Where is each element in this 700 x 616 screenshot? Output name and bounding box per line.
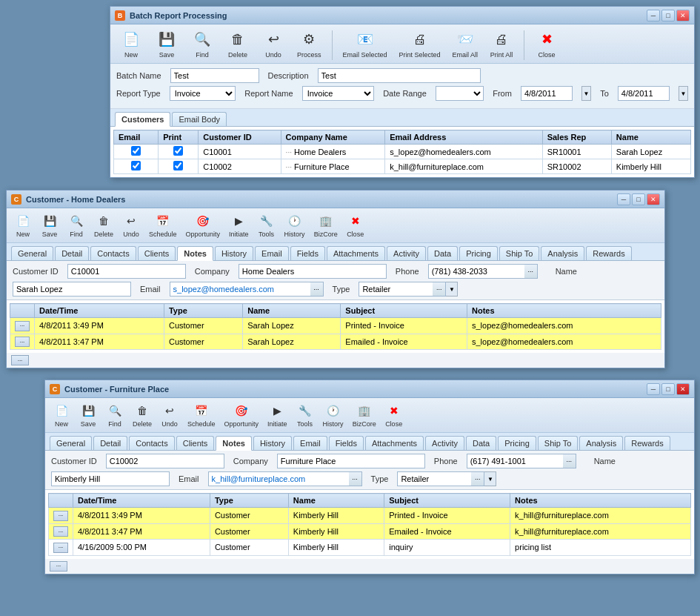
cust1-type-input[interactable] — [359, 282, 433, 297]
print-checkbox-1[interactable] — [173, 161, 183, 170]
cust2-company-input[interactable] — [277, 454, 425, 468]
to-date-btn[interactable]: ▼ — [679, 86, 688, 101]
cust2-undo-btn[interactable]: ↩ Undo — [158, 401, 181, 429]
cust1-name-input[interactable] — [13, 282, 131, 297]
tab-pricing-1[interactable]: Pricing — [459, 246, 498, 260]
tab-rewards-2[interactable]: Rewards — [624, 436, 670, 450]
batch-maximize-btn[interactable]: □ — [661, 10, 675, 21]
cust2-phone-btn[interactable]: ··· — [563, 454, 576, 468]
batch-print-selected-btn[interactable]: 🖨 Print Selected — [396, 27, 444, 60]
tab-history-1[interactable]: History — [215, 246, 253, 260]
cust2-maximize-btn[interactable]: □ — [661, 383, 675, 395]
tab-shipto-2[interactable]: Ship To — [538, 436, 579, 450]
cust1-schedule-btn[interactable]: 📅 Schedule — [146, 211, 180, 239]
tab-shipto-1[interactable]: Ship To — [499, 246, 540, 260]
tab-detail-1[interactable]: Detail — [55, 246, 89, 260]
batch-delete-btn[interactable]: 🗑 Delete — [223, 27, 253, 60]
batch-print-all-btn[interactable]: 🖨 Print All — [487, 27, 516, 60]
cust2-tools-btn[interactable]: 🔧 Tools — [293, 401, 317, 429]
cust1-delete-btn[interactable]: 🗑 Delete — [91, 211, 116, 239]
tab-email-body[interactable]: Email Body — [172, 112, 227, 126]
expand-btn-2-1[interactable]: ··· — [53, 526, 68, 537]
cust1-phone-btn[interactable]: ··· — [524, 264, 538, 279]
tab-fields-2[interactable]: Fields — [329, 436, 364, 450]
cust1-id-input[interactable] — [67, 264, 186, 279]
tab-contacts-2[interactable]: Contacts — [129, 436, 174, 450]
cust2-id-input[interactable] — [106, 454, 224, 468]
batch-process-btn[interactable]: ⚙ Process — [294, 27, 324, 60]
tab-clients-1[interactable]: Clients — [138, 246, 176, 260]
cust2-name-input[interactable] — [51, 471, 170, 486]
tab-fields-1[interactable]: Fields — [290, 246, 325, 260]
cust1-close-btn[interactable]: ✕ — [647, 193, 660, 205]
cust1-more-btn[interactable]: ··· — [11, 355, 29, 365]
cust1-email-input[interactable] — [170, 282, 310, 297]
cust2-history-btn[interactable]: 🕐 History — [320, 401, 347, 429]
cust2-close-btn[interactable]: ✕ — [676, 383, 690, 395]
cust2-type-btn[interactable]: ··· — [471, 471, 484, 486]
cust1-type-dropdown-btn[interactable]: ▼ — [446, 282, 458, 297]
tab-customers[interactable]: Customers — [115, 112, 170, 127]
tab-attachments-2[interactable]: Attachments — [365, 436, 424, 450]
cust1-history-btn[interactable]: 🕐 History — [281, 211, 308, 239]
date-range-select[interactable] — [436, 86, 484, 101]
batch-save-btn[interactable]: 💾 Save — [152, 27, 181, 60]
cust1-email-btn[interactable]: ··· — [310, 282, 324, 297]
cust1-type-btn[interactable]: ··· — [433, 282, 446, 297]
cust2-phone-input[interactable] — [467, 454, 563, 468]
cust2-email-btn[interactable]: ··· — [349, 471, 362, 486]
batch-new-btn[interactable]: 📄 New — [116, 27, 146, 60]
tab-notes-1[interactable]: Notes — [177, 246, 213, 261]
cust2-email-input[interactable] — [208, 471, 349, 486]
tab-general-1[interactable]: General — [11, 246, 53, 260]
from-date-input[interactable] — [521, 86, 573, 101]
tab-clients-2[interactable]: Clients — [176, 436, 215, 450]
report-name-select[interactable]: Invoice — [302, 86, 375, 101]
email-checkbox-0[interactable] — [131, 146, 141, 156]
tab-email-1[interactable]: Email — [255, 246, 289, 260]
cust1-bizcore-btn[interactable]: 🏢 BizCore — [311, 211, 341, 239]
batch-close-toolbar-btn[interactable]: ✖ Close — [532, 27, 561, 60]
tab-rewards-1[interactable]: Rewards — [586, 246, 631, 260]
print-checkbox-0[interactable] — [173, 146, 183, 156]
expand-btn-2-2[interactable]: ··· — [53, 543, 68, 553]
cust1-phone-input[interactable] — [428, 264, 524, 279]
batch-email-all-btn[interactable]: 📨 Email All — [450, 27, 481, 60]
report-type-select[interactable]: Invoice — [170, 86, 236, 101]
cust2-save-btn[interactable]: 💾 Save — [76, 401, 100, 429]
cust2-opportunity-btn[interactable]: 🎯 Opportunity — [221, 401, 262, 429]
batch-close-btn[interactable]: ✕ — [676, 10, 690, 21]
tab-data-1[interactable]: Data — [427, 246, 458, 260]
cust1-maximize-btn[interactable]: □ — [632, 193, 645, 205]
cust1-find-btn[interactable]: 🔍 Find — [64, 211, 88, 239]
tab-data-2[interactable]: Data — [466, 436, 496, 450]
expand-btn-0[interactable]: ··· — [15, 321, 30, 331]
email-checkbox-1[interactable] — [131, 161, 141, 170]
batch-find-btn[interactable]: 🔍 Find — [187, 27, 217, 60]
cust2-initiate-btn[interactable]: ▶ Initiate — [264, 401, 290, 429]
tab-contacts-1[interactable]: Contacts — [90, 246, 136, 260]
description-input[interactable] — [318, 68, 481, 83]
batch-email-selected-btn[interactable]: 📧 Email Selected — [340, 27, 390, 60]
cust1-company-input[interactable] — [239, 264, 387, 279]
cust1-undo-btn[interactable]: ↩ Undo — [119, 211, 143, 239]
tab-email-2[interactable]: Email — [293, 436, 327, 450]
cust2-schedule-btn[interactable]: 📅 Schedule — [184, 401, 219, 429]
cust2-close-toolbar-btn[interactable]: ✖ Close — [382, 401, 406, 429]
tab-attachments-1[interactable]: Attachments — [327, 246, 385, 260]
tab-history-2[interactable]: History — [253, 436, 292, 450]
cust2-minimize-btn[interactable]: ─ — [647, 383, 660, 395]
cust2-new-btn[interactable]: 📄 New — [50, 401, 73, 429]
cust1-close-toolbar-btn[interactable]: ✖ Close — [344, 211, 367, 239]
tab-activity-2[interactable]: Activity — [425, 436, 464, 450]
cust1-save-btn[interactable]: 💾 Save — [38, 211, 61, 239]
cust2-more-btn[interactable]: ··· — [50, 561, 67, 572]
tab-detail-2[interactable]: Detail — [93, 436, 127, 450]
tab-analysis-1[interactable]: Analysis — [541, 246, 584, 260]
cust1-initiate-btn[interactable]: ▶ Initiate — [226, 211, 252, 239]
tab-activity-1[interactable]: Activity — [387, 246, 426, 260]
cust2-bizcore-btn[interactable]: 🏢 BizCore — [350, 401, 379, 429]
cust2-type-dropdown-btn[interactable]: ▼ — [484, 471, 496, 486]
to-date-input[interactable] — [618, 86, 670, 101]
tab-pricing-2[interactable]: Pricing — [498, 436, 536, 450]
